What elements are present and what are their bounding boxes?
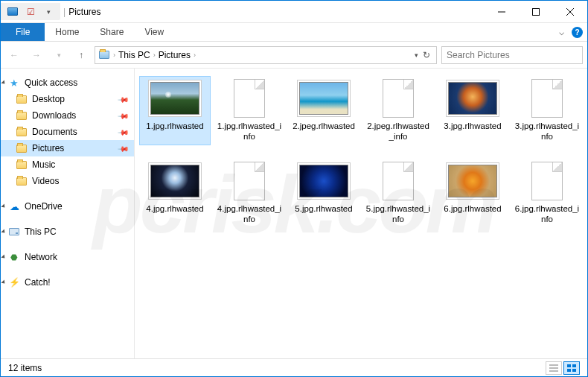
file-item[interactable]: 4.jpg.rlhwasted_info <box>214 159 285 228</box>
sidebar-item-music[interactable]: Music <box>1 156 134 173</box>
network-icon: ⬣ <box>8 251 20 263</box>
file-name: 2.jpeg.rlhwasted_info <box>365 121 431 142</box>
tab-home[interactable]: Home <box>45 23 89 41</box>
folder-icon <box>16 142 28 154</box>
file-item[interactable]: 1.jpg.rlhwasted <box>139 76 211 145</box>
details-view-button[interactable] <box>546 361 562 375</box>
close-button[interactable] <box>553 1 587 23</box>
file-name: 3.jpg.rlhwasted <box>444 121 501 131</box>
file-item[interactable]: 6.jpg.rlhwasted_info <box>511 159 583 228</box>
thumbnails-view-button[interactable] <box>563 361 580 375</box>
sidebar-item-label: Pictures <box>32 143 64 153</box>
back-button[interactable]: ← <box>5 46 23 64</box>
svg-rect-9 <box>567 369 571 372</box>
chevron-right-icon[interactable]: › <box>194 51 196 59</box>
file-grid[interactable]: 1.jpg.rlhwasted1.jpg.rlhwasted_info2.jpe… <box>135 69 587 358</box>
titlebar-divider: | <box>63 7 65 17</box>
sidebar-item-label: Videos <box>32 176 59 186</box>
chevron-right-icon[interactable]: › <box>113 51 115 59</box>
folder-icon <box>16 126 28 138</box>
document-icon <box>531 162 563 200</box>
forward-button[interactable]: → <box>28 46 45 64</box>
sidebar-onedrive[interactable]: ☁ OneDrive <box>1 198 134 215</box>
file-name: 1.jpg.rlhwasted <box>146 121 203 131</box>
file-name: 6.jpg.rlhwasted <box>444 203 501 214</box>
file-item[interactable]: 4.jpg.rlhwasted <box>139 159 211 228</box>
chevron-right-icon[interactable]: › <box>153 51 156 59</box>
sidebar-item-desktop[interactable]: Desktop📌 <box>1 91 134 107</box>
star-icon: ★ <box>8 77 20 89</box>
bolt-icon: ⚡ <box>8 276 20 288</box>
search-placeholder: Search Pictures <box>447 50 510 60</box>
document-icon <box>234 162 265 200</box>
pin-icon: 📌 <box>118 142 130 154</box>
refresh-icon[interactable]: ↻ <box>423 50 430 60</box>
file-item[interactable]: 5.jpg.rlhwasted_info <box>362 159 434 228</box>
document-icon <box>234 79 265 118</box>
sidebar-item-documents[interactable]: Documents📌 <box>1 124 134 140</box>
folder-icon <box>16 93 28 105</box>
breadcrumb-this-pc[interactable]: This PC <box>118 50 150 60</box>
sidebar-this-pc[interactable]: This PC <box>1 224 134 240</box>
quick-access-toolbar: ☑ ▾ <box>1 3 60 20</box>
file-item[interactable]: 2.jpeg.rlhwasted_info <box>362 76 434 145</box>
file-item[interactable]: 1.jpg.rlhwasted_info <box>214 76 285 145</box>
image-thumbnail <box>150 165 199 197</box>
sidebar-catch[interactable]: ⚡ Catch! <box>1 274 134 291</box>
file-name: 1.jpg.rlhwasted_info <box>217 121 282 142</box>
image-thumbnail <box>448 82 497 115</box>
sidebar-label: This PC <box>25 226 57 237</box>
file-item[interactable]: 2.jpeg.rlhwasted <box>288 76 359 145</box>
titlebar: ☑ ▾ | Pictures <box>1 1 587 23</box>
sidebar-network[interactable]: ⬣ Network <box>1 249 134 265</box>
file-item[interactable]: 3.jpg.rlhwasted <box>437 76 508 145</box>
minimize-button[interactable] <box>485 1 519 23</box>
file-name: 4.jpg.rlhwasted <box>146 203 203 214</box>
sidebar-item-videos[interactable]: Videos <box>1 173 134 189</box>
file-item[interactable]: 3.jpg.rlhwasted_info <box>511 76 583 145</box>
breadcrumb-pictures[interactable]: Pictures <box>159 50 191 60</box>
breadcrumb-dropdown-icon[interactable]: ▾ <box>415 51 418 59</box>
sidebar-label: Quick access <box>25 77 77 88</box>
sidebar-item-label: Downloads <box>32 110 76 121</box>
folder-icon <box>16 159 28 171</box>
pin-icon: 📌 <box>118 93 130 105</box>
sidebar-label: Catch! <box>25 277 51 288</box>
file-name: 5.jpg.rlhwasted_info <box>365 203 431 225</box>
window-title: Pictures <box>68 7 100 17</box>
file-name: 3.jpg.rlhwasted_info <box>514 121 580 142</box>
sidebar: ★ Quick access Desktop📌Downloads📌Documen… <box>1 69 135 358</box>
file-item[interactable]: 5.jpg.rlhwasted <box>288 159 359 228</box>
tab-share[interactable]: Share <box>89 23 134 41</box>
file-name: 4.jpg.rlhwasted_info <box>217 203 282 225</box>
qat-dropdown-icon[interactable]: ▾ <box>42 6 54 18</box>
statusbar: 12 items <box>1 358 587 376</box>
up-button[interactable]: ↑ <box>72 46 90 64</box>
sidebar-item-pictures[interactable]: Pictures📌 <box>1 140 134 156</box>
breadcrumb[interactable]: › This PC › Pictures › ▾ ↻ <box>95 46 437 64</box>
file-name: 2.jpeg.rlhwasted <box>293 121 355 131</box>
file-item[interactable]: 6.jpg.rlhwasted <box>437 159 508 228</box>
window-controls <box>485 1 587 23</box>
ribbon-expand-icon[interactable]: ⌵ <box>559 27 564 37</box>
cloud-icon: ☁ <box>8 200 20 212</box>
document-icon <box>383 162 414 200</box>
maximize-button[interactable] <box>519 1 553 23</box>
folder-icon <box>16 175 28 187</box>
tab-view[interactable]: View <box>134 23 174 41</box>
sidebar-item-downloads[interactable]: Downloads📌 <box>1 107 134 124</box>
recent-locations-icon[interactable]: ▾ <box>50 46 68 64</box>
sidebar-label: Network <box>25 252 57 262</box>
properties-icon[interactable]: ☑ <box>25 6 36 18</box>
svg-rect-8 <box>572 364 576 367</box>
pin-icon: 📌 <box>118 126 130 138</box>
svg-rect-7 <box>567 364 571 367</box>
sidebar-quick-access[interactable]: ★ Quick access <box>1 75 134 91</box>
document-icon <box>531 79 563 118</box>
help-icon[interactable]: ? <box>572 27 583 38</box>
navbar: ← → ▾ ↑ › This PC › Pictures › ▾ ↻ Searc… <box>1 42 587 69</box>
sidebar-item-label: Desktop <box>32 94 65 104</box>
search-input[interactable]: Search Pictures <box>441 46 583 64</box>
svg-rect-1 <box>533 8 540 15</box>
tab-file[interactable]: File <box>1 23 45 41</box>
